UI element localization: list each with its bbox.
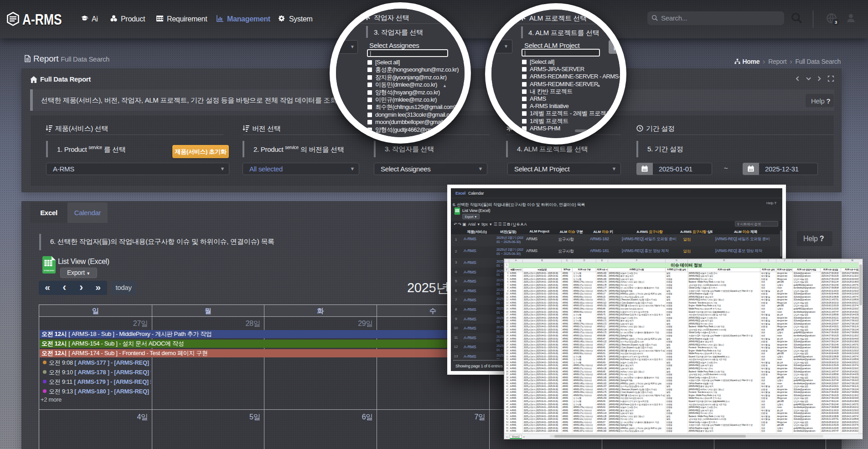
svg-text:SPREADSHEET: SPREADSHEET [44, 270, 55, 272]
